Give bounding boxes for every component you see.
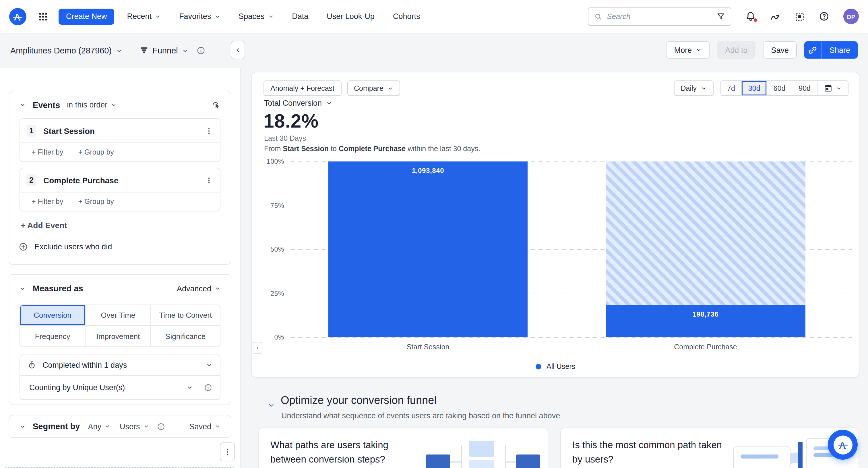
search-filter-icon[interactable] — [716, 12, 725, 21]
pathfinder-button[interactable] — [770, 11, 781, 22]
chevron-down-icon — [701, 85, 706, 91]
nav-item-cohorts[interactable]: Cohorts — [393, 12, 420, 21]
measured-as-title: Measured as — [33, 284, 83, 293]
nav-item-data[interactable]: Data — [292, 12, 308, 21]
more-button[interactable]: More — [666, 41, 710, 59]
desc-event-2: Complete Purchase — [339, 145, 406, 153]
pointer-click-icon[interactable] — [211, 100, 220, 110]
save-button[interactable]: Save — [763, 41, 797, 59]
converted-bar[interactable]: 1,093,840 — [329, 162, 528, 337]
nav-menu: Recent Favorites Spaces Data User Look-U… — [127, 12, 420, 21]
chart-type-selector[interactable]: Funnel — [139, 46, 188, 55]
search-box[interactable] — [588, 7, 732, 26]
event-name[interactable]: Start Session — [43, 126, 95, 135]
nav-item-label: Data — [292, 12, 308, 21]
date-range-group: 7d 30d 60d 90d — [720, 81, 848, 96]
stopwatch-icon — [28, 361, 36, 370]
mode-over-time[interactable]: Over Time — [86, 305, 151, 326]
chart-legend[interactable]: All Users — [252, 362, 859, 371]
insights-collapse-chevron-icon[interactable] — [268, 402, 275, 409]
create-new-button[interactable]: Create New — [59, 8, 115, 24]
nav-item-spaces[interactable]: Spaces — [239, 12, 274, 21]
add-event-button[interactable]: + Add Event — [21, 221, 231, 230]
event-number-badge: 1 — [27, 125, 36, 137]
event-order-selector[interactable]: in this order — [67, 100, 117, 109]
share-button[interactable]: Share — [822, 41, 858, 59]
filter-by-link[interactable]: + Filter by — [32, 148, 63, 156]
advanced-selector[interactable]: Advanced — [177, 284, 220, 293]
chevron-down-icon — [214, 13, 220, 19]
amplitude-logo[interactable] — [9, 8, 26, 25]
nav-item-recent[interactable]: Recent — [127, 12, 161, 21]
link-icon — [809, 46, 817, 54]
exclude-users-button[interactable]: Exclude users who did — [19, 242, 231, 252]
collapse-chevron-icon[interactable] — [20, 285, 26, 292]
notifications-button[interactable] — [745, 11, 756, 22]
insight-card-paths[interactable]: What paths are users taking between conv… — [258, 428, 548, 468]
select-region-button[interactable] — [795, 11, 805, 22]
range-30d[interactable]: 30d — [741, 81, 767, 95]
kebab-menu-icon[interactable] — [205, 176, 213, 184]
segment-saved-selector[interactable]: Saved — [189, 422, 220, 431]
segment-any-selector[interactable]: Any — [88, 422, 111, 431]
funnel-bar-start-session[interactable]: 1,093,840 Start Session — [329, 162, 528, 337]
converted-bar[interactable]: 198,736 — [606, 305, 805, 337]
group-by-link[interactable]: + Group by — [78, 198, 114, 206]
kebab-menu-icon — [223, 448, 231, 456]
group-by-link[interactable]: + Group by — [78, 148, 114, 156]
chart-collapse-button[interactable] — [253, 342, 262, 354]
range-7d[interactable]: 7d — [721, 81, 741, 95]
funnel-bar-complete-purchase[interactable]: 198,736 Complete Purchase — [606, 162, 805, 337]
conversion-window-row[interactable]: Completed within 1 days — [20, 355, 220, 375]
mode-improvement[interactable]: Improvement — [86, 326, 151, 347]
range-60d[interactable]: 60d — [767, 81, 792, 95]
avatar[interactable]: DP — [843, 9, 859, 24]
sidebar-collapse-button[interactable] — [231, 41, 245, 59]
dashed-square-icon — [795, 11, 805, 22]
compare-button[interactable]: Compare — [347, 81, 400, 96]
filter-by-link[interactable]: + Filter by — [32, 198, 63, 206]
journey-bar — [798, 442, 803, 468]
chevron-down-icon — [388, 85, 393, 91]
range-calendar[interactable] — [817, 81, 848, 95]
help-button[interactable] — [818, 11, 830, 22]
drop-zone-dashed-line — [5, 467, 234, 468]
collapse-chevron-icon[interactable] — [20, 423, 26, 430]
advanced-label: Advanced — [177, 284, 211, 293]
metric-selector[interactable]: Total Conversion — [264, 99, 332, 108]
chevron-down-icon — [696, 47, 702, 53]
sidebar-kebab-button[interactable] — [220, 442, 235, 461]
chevron-down-icon — [215, 423, 220, 429]
mode-time-to-convert[interactable]: Time to Convert — [151, 305, 220, 326]
anomaly-forecast-button[interactable]: Anomaly + Forecast — [264, 81, 341, 96]
counting-by-row[interactable]: Counting by Unique User(s) — [20, 375, 220, 399]
mode-frequency[interactable]: Frequency — [20, 326, 86, 347]
granularity-selector[interactable]: Daily — [674, 81, 713, 96]
mode-significance[interactable]: Significance — [151, 326, 220, 347]
event-card-2[interactable]: 2 Complete Purchase + Filter by + Group … — [20, 168, 220, 211]
nav-item-user-look-up[interactable]: User Look-Up — [327, 12, 375, 21]
share-button-group: Share — [804, 41, 858, 59]
funnel-icon — [139, 46, 148, 55]
kebab-menu-icon[interactable] — [205, 127, 213, 135]
mode-conversion[interactable]: Conversion — [20, 305, 86, 326]
copy-link-button[interactable] — [804, 41, 822, 59]
app-grid-icon[interactable] — [38, 11, 48, 22]
event-modifiers: + Filter by + Group by — [20, 143, 220, 162]
segment-users-selector[interactable]: Users — [120, 422, 149, 431]
info-icon[interactable] — [196, 46, 206, 55]
event-card-1[interactable]: 1 Start Session + Filter by + Group by — [20, 118, 220, 162]
event-row: 2 Complete Purchase — [20, 168, 220, 192]
range-90d[interactable]: 90d — [792, 81, 817, 95]
info-icon[interactable] — [204, 383, 212, 392]
collapse-chevron-icon[interactable] — [20, 102, 26, 108]
add-to-button[interactable]: Add to — [717, 41, 755, 59]
insight-card-common-path[interactable]: Is this the most common path taken by us… — [560, 428, 858, 468]
amplitude-fab[interactable] — [828, 430, 858, 460]
event-name[interactable]: Complete Purchase — [43, 176, 118, 185]
segment-by-panel: Segment by Any Users Saved — [9, 415, 231, 438]
nav-item-favorites[interactable]: Favorites — [179, 12, 220, 21]
project-selector[interactable]: Amplitunes Demo (287960) — [10, 46, 122, 55]
search-input[interactable] — [607, 12, 712, 21]
info-icon[interactable] — [156, 422, 165, 431]
